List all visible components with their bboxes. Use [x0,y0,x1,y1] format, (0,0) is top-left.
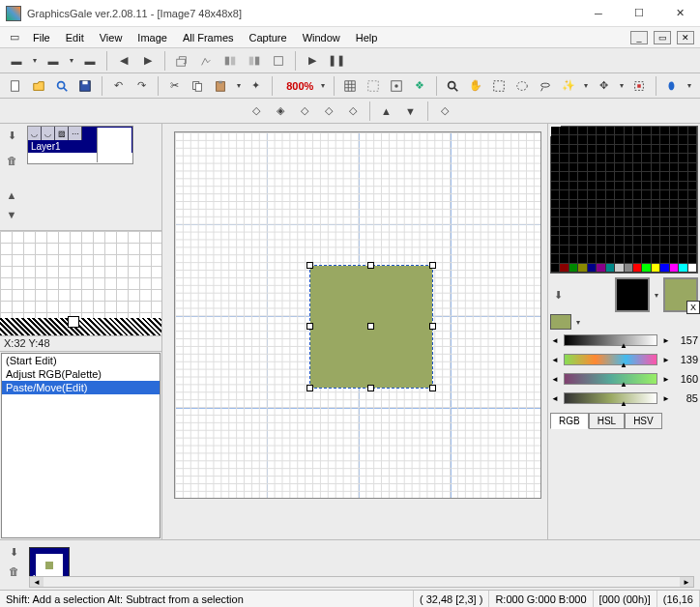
palette-cell[interactable] [551,217,560,226]
palette-cell[interactable] [625,236,633,245]
palette-cell[interactable] [606,246,615,254]
palette-cell[interactable] [642,246,651,254]
eyedrop-dropdown[interactable] [685,81,694,90]
palette-cell[interactable] [633,127,642,135]
slider-right-icon[interactable]: ► [661,354,671,365]
mdi-close-button[interactable]: ✕ [677,31,694,44]
palette-cell[interactable] [560,209,569,217]
handle-bl[interactable] [306,385,313,391]
palette-cell[interactable] [660,209,669,217]
pause-icon[interactable]: ❚❚ [326,50,347,72]
palette-cell[interactable] [615,264,624,273]
layer-down-icon[interactable]: ▼ [4,207,19,222]
tab-hsv[interactable]: HSV [625,413,662,429]
palette-cell[interactable] [560,135,569,144]
palette-cell[interactable] [569,135,578,144]
palette-cell[interactable] [625,182,633,190]
palette-cell[interactable] [569,172,578,181]
palette-cell[interactable] [551,172,560,181]
palette-cell[interactable] [660,227,669,236]
palette-cell[interactable] [679,217,687,226]
grid2-icon[interactable] [364,75,384,97]
palette-cell[interactable] [588,200,597,209]
save-icon[interactable] [75,75,96,97]
color-select-icon[interactable] [629,75,650,97]
palette-cell[interactable] [551,236,560,245]
palette-cell[interactable] [625,172,633,181]
palette-cell[interactable] [588,236,597,245]
palette-cell[interactable] [588,217,597,226]
palette-cell[interactable] [633,135,642,144]
color-slider[interactable]: ◄▲►160 [550,370,698,388]
palette-cell[interactable] [578,200,587,209]
palette-cell[interactable] [642,227,651,236]
frame-scrollbar[interactable]: ◄ ► [29,576,694,588]
palette-cell[interactable] [551,246,560,254]
open-icon[interactable] [29,75,49,97]
palette-cell[interactable] [597,254,605,263]
palette-cell[interactable] [652,217,660,226]
palette-cell[interactable] [569,182,578,190]
hand-tool-icon[interactable]: ✋ [466,75,486,97]
palette-cell[interactable] [588,227,597,236]
palette-cell[interactable] [615,145,624,154]
palette-cell[interactable] [597,227,605,236]
palette-cell[interactable] [569,145,578,154]
palette-cell[interactable] [588,163,597,172]
palette-cell[interactable] [560,127,569,135]
palette-cell[interactable] [688,135,697,144]
palette-cell[interactable] [560,246,569,254]
palette-cell[interactable] [606,172,615,181]
palette-cell[interactable] [688,209,697,217]
palette-cell[interactable] [588,135,597,144]
menu-allframes[interactable]: All Frames [177,30,240,45]
mdi-restore-button[interactable]: ▭ [654,31,671,44]
palette-cell[interactable] [670,154,679,162]
frame-add2-icon[interactable]: ⬇ [6,544,21,560]
palette-cell[interactable] [633,154,642,162]
navigator[interactable] [0,230,161,336]
palette-cell[interactable] [588,190,597,199]
palette-cell[interactable] [606,163,615,172]
maximize-button[interactable]: ☐ [619,0,659,27]
palette-cell[interactable] [688,236,697,245]
fg-dropdown[interactable] [652,291,661,300]
palette-cell[interactable] [642,172,651,181]
palette-cell[interactable] [578,264,587,273]
bg-clear-icon[interactable]: X [686,301,700,314]
palette-cell[interactable] [560,154,569,162]
palette-cell[interactable] [606,182,615,190]
eyedrop-icon[interactable]: ⬮ [661,75,682,97]
app-menu-icon[interactable]: ▭ [6,27,23,48]
palette-cell[interactable] [679,190,687,199]
move-icon[interactable]: ✥ [594,75,614,97]
palette-cell[interactable] [670,217,679,226]
palette-cell[interactable] [652,163,660,172]
new-icon[interactable] [6,75,26,97]
palette-cell[interactable] [588,127,597,135]
layer-alpha-icon[interactable]: ▨ [55,127,69,140]
palette-cell[interactable] [606,190,615,199]
palette-cell[interactable] [660,264,669,273]
palette-cell[interactable] [606,254,615,263]
palette-cell[interactable] [660,127,669,135]
palette-cell[interactable] [633,209,642,217]
scroll-right-icon[interactable]: ► [680,577,693,587]
palette-cell[interactable] [615,236,624,245]
palette-cell[interactable] [642,209,651,217]
palette-cell[interactable] [642,135,651,144]
down-icon[interactable]: ▼ [400,101,422,122]
palette-cell[interactable] [633,217,642,226]
palette-cell[interactable] [625,200,633,209]
palette-cell[interactable] [578,163,587,172]
palette-cell[interactable] [625,127,633,135]
palette-cell[interactable] [551,200,560,209]
palette-cell[interactable] [578,217,587,226]
palette-cell[interactable] [615,246,624,254]
palette-cell[interactable] [652,127,660,135]
palette-cell[interactable] [578,227,587,236]
palette-cell[interactable] [597,163,605,172]
palette-cell[interactable] [569,200,578,209]
palette-cell[interactable] [652,190,660,199]
palette-cell[interactable] [551,190,560,199]
